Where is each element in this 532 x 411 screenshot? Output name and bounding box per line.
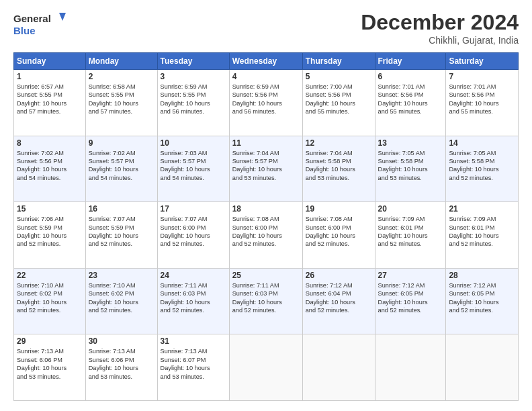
calendar-cell: 8Sunrise: 7:02 AM Sunset: 5:56 PM Daylig…	[14, 136, 86, 202]
calendar-header-friday: Friday	[375, 53, 446, 70]
svg-marker-2	[59, 13, 66, 21]
day-number: 14	[449, 138, 515, 148]
calendar-week-3: 15Sunrise: 7:06 AM Sunset: 5:59 PM Dayli…	[14, 202, 519, 269]
cell-info: Sunrise: 7:13 AM Sunset: 6:06 PM Dayligh…	[17, 347, 83, 381]
calendar-cell: 26Sunrise: 7:12 AM Sunset: 6:04 PM Dayli…	[302, 268, 375, 334]
cell-info: Sunrise: 7:09 AM Sunset: 6:01 PM Dayligh…	[449, 215, 515, 248]
svg-text:General: General	[13, 13, 51, 24]
day-number: 17	[161, 204, 226, 214]
cell-info: Sunrise: 7:12 AM Sunset: 6:05 PM Dayligh…	[449, 281, 515, 315]
day-number: 30	[89, 336, 154, 346]
calendar-header-sunday: Sunday	[14, 53, 86, 70]
cell-info: Sunrise: 7:00 AM Sunset: 5:56 PM Dayligh…	[306, 83, 372, 116]
calendar-cell: 21Sunrise: 7:09 AM Sunset: 6:01 PM Dayli…	[446, 202, 519, 269]
cell-info: Sunrise: 7:02 AM Sunset: 5:56 PM Dayligh…	[17, 149, 83, 183]
svg-text:Blue: Blue	[13, 25, 36, 36]
day-number: 7	[449, 72, 515, 81]
logo: General Blue	[13, 10, 67, 38]
day-number: 18	[232, 204, 300, 214]
cell-info: Sunrise: 7:08 AM Sunset: 6:00 PM Dayligh…	[232, 215, 300, 248]
cell-info: Sunrise: 7:12 AM Sunset: 6:04 PM Dayligh…	[306, 281, 372, 315]
cell-info: Sunrise: 7:09 AM Sunset: 6:01 PM Dayligh…	[378, 215, 443, 248]
calendar-cell: 20Sunrise: 7:09 AM Sunset: 6:01 PM Dayli…	[375, 202, 446, 269]
cell-info: Sunrise: 7:04 AM Sunset: 5:58 PM Dayligh…	[306, 149, 372, 183]
calendar-cell: 19Sunrise: 7:08 AM Sunset: 6:00 PM Dayli…	[302, 202, 375, 269]
calendar-cell: 24Sunrise: 7:11 AM Sunset: 6:03 PM Dayli…	[157, 268, 229, 334]
day-number: 23	[89, 271, 154, 280]
day-number: 31	[161, 336, 226, 346]
month-title: December 2024	[361, 10, 519, 35]
day-number: 10	[161, 138, 226, 148]
cell-info: Sunrise: 7:13 AM Sunset: 6:06 PM Dayligh…	[89, 347, 154, 381]
calendar-cell	[446, 334, 519, 401]
day-number: 13	[378, 138, 443, 148]
header: General Blue December 2024 Chikhli, Guja…	[13, 10, 519, 46]
cell-info: Sunrise: 7:05 AM Sunset: 5:58 PM Dayligh…	[378, 149, 443, 183]
day-number: 26	[306, 271, 372, 280]
day-number: 3	[161, 72, 226, 81]
calendar-cell: 1Sunrise: 6:57 AM Sunset: 5:55 PM Daylig…	[14, 70, 86, 136]
cell-info: Sunrise: 7:05 AM Sunset: 5:58 PM Dayligh…	[449, 149, 515, 183]
calendar-cell: 9Sunrise: 7:02 AM Sunset: 5:57 PM Daylig…	[85, 136, 157, 202]
day-number: 2	[89, 72, 154, 81]
calendar-week-4: 22Sunrise: 7:10 AM Sunset: 6:02 PM Dayli…	[14, 268, 519, 334]
calendar-cell: 12Sunrise: 7:04 AM Sunset: 5:58 PM Dayli…	[302, 136, 375, 202]
calendar-cell: 25Sunrise: 7:11 AM Sunset: 6:03 PM Dayli…	[229, 268, 302, 334]
calendar-header-wednesday: Wednesday	[229, 53, 302, 70]
day-number: 21	[449, 204, 515, 214]
calendar-cell: 13Sunrise: 7:05 AM Sunset: 5:58 PM Dayli…	[375, 136, 446, 202]
calendar-cell: 27Sunrise: 7:12 AM Sunset: 6:05 PM Dayli…	[375, 268, 446, 334]
day-number: 9	[89, 138, 154, 148]
day-number: 1	[17, 72, 83, 81]
calendar-cell: 7Sunrise: 7:01 AM Sunset: 5:56 PM Daylig…	[446, 70, 519, 136]
calendar-cell: 2Sunrise: 6:58 AM Sunset: 5:55 PM Daylig…	[85, 70, 157, 136]
cell-info: Sunrise: 7:13 AM Sunset: 6:07 PM Dayligh…	[161, 347, 226, 381]
day-number: 4	[232, 72, 300, 81]
cell-info: Sunrise: 6:58 AM Sunset: 5:55 PM Dayligh…	[89, 83, 154, 116]
day-number: 11	[232, 138, 300, 148]
calendar-header-tuesday: Tuesday	[157, 53, 229, 70]
cell-info: Sunrise: 7:11 AM Sunset: 6:03 PM Dayligh…	[232, 281, 300, 315]
day-number: 20	[378, 204, 443, 214]
calendar-cell: 31Sunrise: 7:13 AM Sunset: 6:07 PM Dayli…	[157, 334, 229, 401]
calendar-cell: 28Sunrise: 7:12 AM Sunset: 6:05 PM Dayli…	[446, 268, 519, 334]
calendar-cell: 23Sunrise: 7:10 AM Sunset: 6:02 PM Dayli…	[85, 268, 157, 334]
calendar-week-1: 1Sunrise: 6:57 AM Sunset: 5:55 PM Daylig…	[14, 70, 519, 136]
calendar-cell: 18Sunrise: 7:08 AM Sunset: 6:00 PM Dayli…	[229, 202, 302, 269]
calendar-cell: 14Sunrise: 7:05 AM Sunset: 5:58 PM Dayli…	[446, 136, 519, 202]
calendar-cell	[229, 334, 302, 401]
calendar-cell: 16Sunrise: 7:07 AM Sunset: 5:59 PM Dayli…	[85, 202, 157, 269]
day-number: 29	[17, 336, 83, 346]
day-number: 15	[17, 204, 83, 214]
cell-info: Sunrise: 7:06 AM Sunset: 5:59 PM Dayligh…	[17, 215, 83, 248]
calendar-cell: 3Sunrise: 6:59 AM Sunset: 5:55 PM Daylig…	[157, 70, 229, 136]
cell-info: Sunrise: 7:01 AM Sunset: 5:56 PM Dayligh…	[449, 83, 515, 116]
day-number: 12	[306, 138, 372, 148]
calendar-cell: 6Sunrise: 7:01 AM Sunset: 5:56 PM Daylig…	[375, 70, 446, 136]
calendar-cell	[302, 334, 375, 401]
cell-info: Sunrise: 6:59 AM Sunset: 5:56 PM Dayligh…	[232, 83, 300, 116]
cell-info: Sunrise: 7:10 AM Sunset: 6:02 PM Dayligh…	[17, 281, 83, 315]
calendar-cell: 15Sunrise: 7:06 AM Sunset: 5:59 PM Dayli…	[14, 202, 86, 269]
calendar-cell: 11Sunrise: 7:04 AM Sunset: 5:57 PM Dayli…	[229, 136, 302, 202]
calendar-cell: 10Sunrise: 7:03 AM Sunset: 5:57 PM Dayli…	[157, 136, 229, 202]
cell-info: Sunrise: 7:08 AM Sunset: 6:00 PM Dayligh…	[306, 215, 372, 248]
page: General Blue December 2024 Chikhli, Guja…	[0, 0, 532, 411]
logo-svg: General Blue	[13, 10, 67, 38]
cell-info: Sunrise: 7:01 AM Sunset: 5:56 PM Dayligh…	[378, 83, 443, 116]
calendar-week-2: 8Sunrise: 7:02 AM Sunset: 5:56 PM Daylig…	[14, 136, 519, 202]
calendar-cell: 5Sunrise: 7:00 AM Sunset: 5:56 PM Daylig…	[302, 70, 375, 136]
day-number: 19	[306, 204, 372, 214]
calendar-body: 1Sunrise: 6:57 AM Sunset: 5:55 PM Daylig…	[14, 70, 519, 401]
day-number: 25	[232, 271, 300, 280]
location: Chikhli, Gujarat, India	[361, 35, 519, 46]
cell-info: Sunrise: 6:59 AM Sunset: 5:55 PM Dayligh…	[161, 83, 226, 116]
cell-info: Sunrise: 7:10 AM Sunset: 6:02 PM Dayligh…	[89, 281, 154, 315]
day-number: 28	[449, 271, 515, 280]
day-number: 5	[306, 72, 372, 81]
calendar-header-saturday: Saturday	[446, 53, 519, 70]
cell-info: Sunrise: 7:04 AM Sunset: 5:57 PM Dayligh…	[232, 149, 300, 183]
cell-info: Sunrise: 7:07 AM Sunset: 6:00 PM Dayligh…	[161, 215, 226, 248]
cell-info: Sunrise: 7:03 AM Sunset: 5:57 PM Dayligh…	[161, 149, 226, 183]
day-number: 27	[378, 271, 443, 280]
